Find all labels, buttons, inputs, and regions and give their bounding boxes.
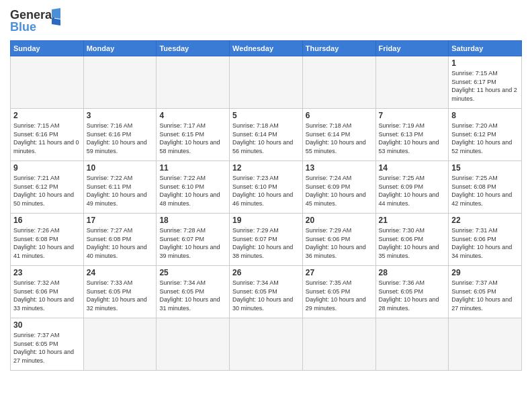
day-number: 8 [451,111,519,120]
day-number: 5 [232,111,300,120]
day-info: Sunrise: 7:16 AMSunset: 6:16 PMDaylight:… [87,122,154,155]
calendar-cell: 4Sunrise: 7:17 AMSunset: 6:15 PMDaylight… [157,109,230,161]
day-number: 2 [13,111,81,120]
calendar-cell: 20Sunrise: 7:29 AMSunset: 6:06 PMDayligh… [302,214,375,266]
day-info: Sunrise: 7:34 AMSunset: 6:05 PMDaylight:… [159,279,226,312]
calendar: SundayMondayTuesdayWednesdayThursdayFrid… [10,40,522,371]
day-number: 18 [159,216,226,225]
weekday-friday: Friday [375,41,449,56]
logo: GeneralBlue [10,7,64,35]
day-info: Sunrise: 7:22 AMSunset: 6:11 PMDaylight:… [87,174,154,208]
day-info: Sunrise: 7:21 AMSunset: 6:12 PMDaylight:… [13,174,81,208]
week-row-6: 30Sunrise: 7:37 AMSunset: 6:05 PMDayligh… [11,318,522,371]
calendar-cell: 13Sunrise: 7:24 AMSunset: 6:09 PMDayligh… [302,161,375,214]
calendar-cell: 30Sunrise: 7:37 AMSunset: 6:05 PMDayligh… [11,318,84,371]
day-number: 29 [451,268,519,277]
calendar-cell [375,318,449,371]
day-info: Sunrise: 7:35 AMSunset: 6:05 PMDaylight:… [306,279,373,312]
weekday-thursday: Thursday [302,41,375,56]
week-row-3: 9Sunrise: 7:21 AMSunset: 6:12 PMDaylight… [11,161,522,214]
day-number: 20 [306,216,373,225]
day-info: Sunrise: 7:18 AMSunset: 6:14 PMDaylight:… [232,122,300,155]
day-number: 16 [13,216,81,225]
calendar-cell: 8Sunrise: 7:20 AMSunset: 6:12 PMDaylight… [449,109,522,161]
day-info: Sunrise: 7:29 AMSunset: 6:06 PMDaylight:… [306,226,373,260]
day-info: Sunrise: 7:25 AMSunset: 6:09 PMDaylight:… [379,174,446,208]
calendar-cell: 24Sunrise: 7:33 AMSunset: 6:05 PMDayligh… [83,266,157,318]
weekday-wednesday: Wednesday [230,41,303,56]
calendar-cell: 11Sunrise: 7:22 AMSunset: 6:10 PMDayligh… [157,161,230,214]
logo-svg: GeneralBlue [10,7,64,35]
calendar-cell [230,56,303,109]
calendar-cell: 6Sunrise: 7:18 AMSunset: 6:14 PMDaylight… [302,109,375,161]
day-info: Sunrise: 7:25 AMSunset: 6:08 PMDaylight:… [451,174,519,208]
week-row-4: 16Sunrise: 7:26 AMSunset: 6:08 PMDayligh… [11,214,522,266]
calendar-cell [83,56,157,109]
calendar-cell: 12Sunrise: 7:23 AMSunset: 6:10 PMDayligh… [230,161,303,214]
calendar-cell: 15Sunrise: 7:25 AMSunset: 6:08 PMDayligh… [449,161,522,214]
calendar-cell [83,318,157,371]
calendar-cell: 22Sunrise: 7:31 AMSunset: 6:06 PMDayligh… [449,214,522,266]
day-info: Sunrise: 7:37 AMSunset: 6:05 PMDaylight:… [451,279,519,312]
day-number: 1 [451,58,519,68]
day-info: Sunrise: 7:24 AMSunset: 6:09 PMDaylight:… [306,174,373,208]
calendar-cell: 27Sunrise: 7:35 AMSunset: 6:05 PMDayligh… [302,266,375,318]
week-row-5: 23Sunrise: 7:32 AMSunset: 6:06 PMDayligh… [11,266,522,318]
day-number: 6 [306,111,373,120]
calendar-cell: 19Sunrise: 7:29 AMSunset: 6:07 PMDayligh… [230,214,303,266]
weekday-tuesday: Tuesday [157,41,230,56]
calendar-cell [449,318,522,371]
calendar-cell: 2Sunrise: 7:15 AMSunset: 6:16 PMDaylight… [11,109,84,161]
svg-text:General: General [10,8,55,21]
day-number: 23 [13,268,81,277]
day-number: 24 [87,268,154,277]
day-number: 26 [232,268,300,277]
day-info: Sunrise: 7:27 AMSunset: 6:08 PMDaylight:… [87,226,154,260]
calendar-cell: 25Sunrise: 7:34 AMSunset: 6:05 PMDayligh… [157,266,230,318]
svg-marker-3 [52,18,60,26]
weekday-sunday: Sunday [11,41,84,56]
calendar-cell: 1Sunrise: 7:15 AMSunset: 6:17 PMDaylight… [449,56,522,109]
calendar-cell [375,56,449,109]
day-number: 7 [379,111,446,120]
week-row-1: 1Sunrise: 7:15 AMSunset: 6:17 PMDaylight… [11,56,522,109]
day-number: 22 [451,216,519,225]
day-info: Sunrise: 7:34 AMSunset: 6:05 PMDaylight:… [232,279,300,312]
day-number: 10 [87,163,154,173]
calendar-cell [302,56,375,109]
day-info: Sunrise: 7:31 AMSunset: 6:06 PMDaylight:… [451,226,519,260]
day-info: Sunrise: 7:23 AMSunset: 6:10 PMDaylight:… [232,174,300,208]
day-info: Sunrise: 7:20 AMSunset: 6:12 PMDaylight:… [451,122,519,155]
calendar-cell: 7Sunrise: 7:19 AMSunset: 6:13 PMDaylight… [375,109,449,161]
calendar-cell: 10Sunrise: 7:22 AMSunset: 6:11 PMDayligh… [83,161,157,214]
weekday-monday: Monday [83,41,157,56]
day-number: 4 [159,111,226,120]
calendar-cell: 23Sunrise: 7:32 AMSunset: 6:06 PMDayligh… [11,266,84,318]
day-info: Sunrise: 7:29 AMSunset: 6:07 PMDaylight:… [232,226,300,260]
day-number: 21 [379,216,446,225]
day-info: Sunrise: 7:32 AMSunset: 6:06 PMDaylight:… [13,279,81,312]
calendar-cell [157,56,230,109]
day-number: 30 [13,320,81,330]
day-info: Sunrise: 7:19 AMSunset: 6:13 PMDaylight:… [379,122,446,155]
calendar-cell: 21Sunrise: 7:30 AMSunset: 6:06 PMDayligh… [375,214,449,266]
day-number: 15 [451,163,519,173]
day-info: Sunrise: 7:30 AMSunset: 6:06 PMDaylight:… [379,226,446,260]
day-number: 27 [306,268,373,277]
day-number: 14 [379,163,446,173]
calendar-cell [157,318,230,371]
day-number: 13 [306,163,373,173]
day-number: 3 [87,111,154,120]
weekday-saturday: Saturday [449,41,522,56]
calendar-cell: 5Sunrise: 7:18 AMSunset: 6:14 PMDaylight… [230,109,303,161]
day-number: 17 [87,216,154,225]
calendar-cell: 9Sunrise: 7:21 AMSunset: 6:12 PMDaylight… [11,161,84,214]
day-info: Sunrise: 7:15 AMSunset: 6:16 PMDaylight:… [13,122,81,155]
page: GeneralBlue SundayMondayTuesdayWednesday… [0,0,532,411]
day-number: 19 [232,216,300,225]
calendar-cell [302,318,375,371]
calendar-cell: 18Sunrise: 7:28 AMSunset: 6:07 PMDayligh… [157,214,230,266]
day-number: 11 [159,163,226,173]
calendar-cell: 16Sunrise: 7:26 AMSunset: 6:08 PMDayligh… [11,214,84,266]
svg-text:Blue: Blue [10,20,36,34]
